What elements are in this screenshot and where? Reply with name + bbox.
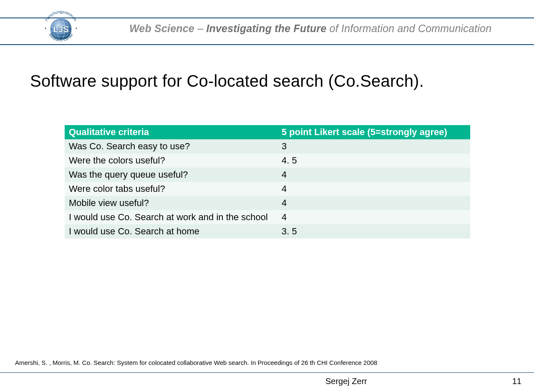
header-tagline: Web Science – Investigating the Future o… bbox=[129, 23, 526, 35]
cell-criteria: Was Co. Search easy to use? bbox=[65, 139, 277, 153]
cell-criteria: I would use Co. Search at home bbox=[65, 224, 277, 239]
header-rule-bottom bbox=[0, 44, 534, 45]
cell-criteria: Mobile view useful? bbox=[65, 196, 277, 210]
table-header-row: Qualitative criteria 5 point Likert scal… bbox=[65, 125, 470, 139]
table-header-criteria: Qualitative criteria bbox=[65, 125, 277, 139]
cell-value: 4. 5 bbox=[277, 153, 470, 168]
table-row: Were color tabs useful?4 bbox=[65, 182, 470, 196]
table-header-scale: 5 point Likert scale (5=strongly agree) bbox=[277, 125, 470, 139]
svg-point-5 bbox=[76, 28, 77, 29]
footer-rule bbox=[0, 372, 534, 373]
footer-page-number: 11 bbox=[512, 377, 521, 386]
footer-author: Sergej Zerr bbox=[325, 377, 367, 386]
cell-value: 4 bbox=[277, 168, 470, 182]
slide-header: Forschungszentrum L3S Research Center We… bbox=[0, 0, 534, 48]
cell-criteria: Were color tabs useful? bbox=[65, 182, 277, 196]
cell-criteria: I would use Co. Search at work and in th… bbox=[65, 210, 277, 224]
header-rule-top bbox=[0, 18, 534, 18]
slide-title: Software support for Co-located search (… bbox=[30, 72, 424, 90]
table-row: Was the query queue useful?4 bbox=[65, 168, 470, 182]
logo-text: L3S bbox=[53, 25, 68, 34]
table-row: Were the colors useful?4. 5 bbox=[65, 153, 470, 168]
tagline-lead: Web Science bbox=[129, 23, 194, 34]
tagline-sep: – bbox=[194, 23, 206, 34]
criteria-table: Qualitative criteria 5 point Likert scal… bbox=[65, 125, 470, 239]
tagline-emphasis: Investigating the Future bbox=[206, 23, 326, 34]
cell-value: 4 bbox=[277, 196, 470, 210]
table-row: Was Co. Search easy to use?3 bbox=[65, 139, 470, 153]
cell-criteria: Were the colors useful? bbox=[65, 153, 277, 168]
cell-value: 3. 5 bbox=[277, 224, 470, 239]
tagline-tail: of Information and Communication bbox=[327, 23, 492, 34]
l3s-logo: Forschungszentrum L3S Research Center bbox=[42, 9, 80, 48]
cell-value: 4 bbox=[277, 182, 470, 196]
table-row: Mobile view useful?4 bbox=[65, 196, 470, 210]
svg-point-4 bbox=[45, 28, 46, 29]
table-row: I would use Co. Search at home3. 5 bbox=[65, 224, 470, 239]
citation-text: Amershi, S. , Morris, M. Co. Search: Sys… bbox=[15, 359, 377, 366]
cell-value: 4 bbox=[277, 210, 470, 224]
table-row: I would use Co. Search at work and in th… bbox=[65, 210, 470, 224]
cell-criteria: Was the query queue useful? bbox=[65, 168, 277, 182]
cell-value: 3 bbox=[277, 139, 470, 153]
